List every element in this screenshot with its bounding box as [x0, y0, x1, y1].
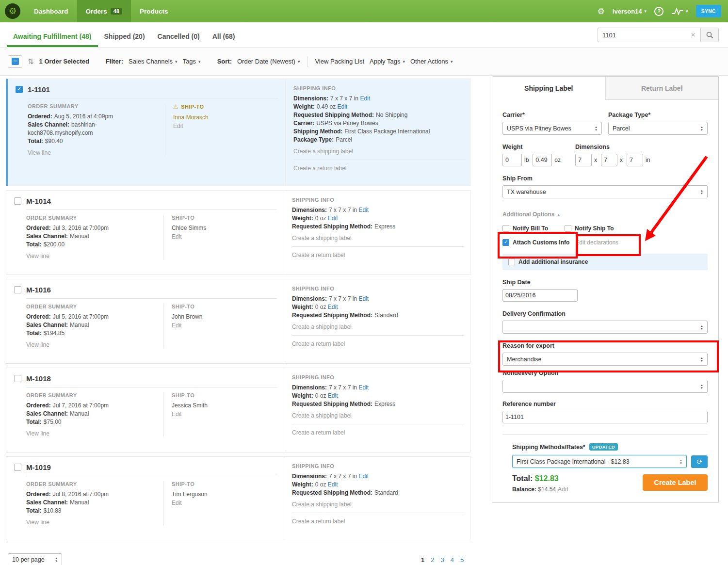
- view-line-link[interactable]: View line: [26, 519, 49, 526]
- edit-dimensions-link[interactable]: Edit: [358, 295, 369, 302]
- edit-weight-link[interactable]: Edit: [328, 481, 338, 488]
- edit-ship-to-link[interactable]: Edit: [172, 411, 182, 418]
- page-3[interactable]: 3: [440, 556, 444, 564]
- create-return-label-link[interactable]: Create a return label: [292, 340, 345, 347]
- weight-oz-input[interactable]: [533, 154, 552, 166]
- nav-item-orders[interactable]: Orders 48: [77, 0, 131, 22]
- order-card[interactable]: M-1014 ORDER SUMMARY Ordered:Jul 3, 2016…: [6, 190, 470, 275]
- shipstation-logo[interactable]: ⚙: [0, 0, 25, 22]
- create-return-label-link[interactable]: Create a return label: [292, 429, 345, 436]
- order-checkbox[interactable]: [14, 286, 21, 293]
- additional-options-toggle[interactable]: Additional Options ▴: [502, 211, 708, 218]
- edit-dimensions-link[interactable]: Edit: [358, 207, 369, 213]
- create-shipping-label-link[interactable]: Create a shipping label: [292, 323, 352, 330]
- create-shipping-label-link[interactable]: Create a shipping label: [293, 148, 353, 155]
- sort-select[interactable]: Order Date (Newest)▾: [237, 58, 300, 65]
- ship-date-input[interactable]: [502, 289, 578, 302]
- view-line-link[interactable]: View line: [26, 341, 49, 348]
- search-input[interactable]: [598, 28, 700, 42]
- create-label-button[interactable]: Create Label: [643, 474, 708, 491]
- nondelivery-option-select[interactable]: [502, 380, 708, 393]
- other-actions-button[interactable]: Other Actions▾: [410, 58, 453, 65]
- page-1[interactable]: 1: [421, 556, 424, 564]
- notify-ship-to-checkbox[interactable]: Notify Ship To: [565, 225, 614, 232]
- reason-for-export-select[interactable]: Merchandise: [502, 353, 708, 366]
- tab-all[interactable]: All (68): [206, 25, 242, 47]
- view-line-link[interactable]: View line: [28, 149, 51, 156]
- edit-declarations-link[interactable]: Edit declarations: [575, 239, 618, 246]
- edit-ship-to-link[interactable]: Edit: [173, 123, 183, 129]
- order-card[interactable]: 1-1101 ORDER SUMMARY Ordered:Aug 5, 2016…: [6, 79, 470, 186]
- select-all-checkbox[interactable]: –: [8, 55, 22, 68]
- carrier-select[interactable]: USPS via Pitney Bowes: [502, 122, 602, 135]
- create-return-label-link[interactable]: Create a return label: [292, 518, 345, 525]
- reference-number-input[interactable]: [502, 411, 708, 423]
- delivery-confirmation-select[interactable]: [502, 321, 708, 334]
- edit-dimensions-link[interactable]: Edit: [358, 384, 369, 391]
- nav-item-products[interactable]: Products: [131, 0, 177, 22]
- package-type-select[interactable]: Parcel: [608, 122, 708, 135]
- order-id[interactable]: M-1019: [26, 463, 51, 471]
- edit-weight-link[interactable]: Edit: [328, 392, 338, 399]
- nav-item-dashboard[interactable]: Dashboard: [25, 0, 77, 22]
- page-4[interactable]: 4: [451, 556, 454, 564]
- edit-weight-link[interactable]: Edit: [338, 103, 348, 110]
- order-id[interactable]: 1-1101: [28, 85, 50, 94]
- tab-shipping-label[interactable]: Shipping Label: [492, 77, 605, 100]
- attach-customs-info-checkbox[interactable]: Attach Customs Info: [502, 239, 569, 246]
- apply-tags-button[interactable]: Apply Tags▾: [370, 58, 405, 65]
- edit-dimensions-link[interactable]: Edit: [360, 95, 370, 102]
- tags-filter[interactable]: Tags▾: [183, 58, 201, 65]
- add-balance-link[interactable]: Add: [558, 486, 568, 493]
- settings-gear-icon[interactable]: ⚙: [598, 6, 605, 16]
- tab-cancelled[interactable]: Cancelled (0): [151, 25, 206, 47]
- tab-shipped[interactable]: Shipped (20): [98, 25, 151, 47]
- edit-ship-to-link[interactable]: Edit: [172, 322, 182, 329]
- edit-weight-link[interactable]: Edit: [328, 215, 338, 222]
- order-card[interactable]: M-1016 ORDER SUMMARY Ordered:Jul 5, 2016…: [6, 279, 470, 364]
- insights-menu[interactable]: ▾: [671, 7, 688, 15]
- order-checkbox[interactable]: [16, 86, 23, 93]
- sync-button[interactable]: SYNC: [696, 5, 721, 17]
- page-5[interactable]: 5: [460, 556, 464, 564]
- order-id[interactable]: M-1016: [26, 286, 51, 294]
- search-button[interactable]: [700, 28, 719, 42]
- order-id[interactable]: M-1018: [26, 374, 51, 383]
- create-return-label-link[interactable]: Create a return label: [292, 252, 345, 258]
- ship-from-select[interactable]: TX warehouse: [502, 185, 708, 198]
- refresh-rates-button[interactable]: ⟳: [691, 455, 708, 468]
- edit-weight-link[interactable]: Edit: [328, 304, 338, 310]
- edit-dimensions-link[interactable]: Edit: [358, 473, 369, 480]
- tab-awaiting-fulfillment[interactable]: Awaiting Fulfillment (48): [7, 25, 98, 47]
- edit-ship-to-link[interactable]: Edit: [172, 233, 182, 240]
- create-shipping-label-link[interactable]: Create a shipping label: [292, 235, 352, 242]
- help-icon[interactable]: ?: [654, 7, 663, 16]
- order-checkbox[interactable]: [14, 375, 21, 382]
- create-return-label-link[interactable]: Create a return label: [293, 165, 346, 172]
- dimension-length-input[interactable]: [575, 154, 592, 166]
- view-line-link[interactable]: View line: [26, 430, 49, 437]
- weight-lb-input[interactable]: [502, 154, 522, 166]
- dimension-width-input[interactable]: [601, 154, 617, 166]
- view-line-link[interactable]: View line: [26, 253, 49, 259]
- rate-select[interactable]: First Class Package International - $12.…: [512, 455, 687, 468]
- create-shipping-label-link[interactable]: Create a shipping label: [292, 412, 352, 419]
- order-card[interactable]: M-1019 ORDER SUMMARY Ordered:Jul 8, 2016…: [6, 456, 470, 540]
- order-card[interactable]: M-1018 ORDER SUMMARY Ordered:Jul 7, 2016…: [6, 368, 470, 452]
- clear-search-icon[interactable]: ✕: [691, 32, 696, 38]
- tab-return-label[interactable]: Return Label: [605, 77, 719, 99]
- sort-order-icon[interactable]: ⇅: [28, 57, 34, 66]
- create-shipping-label-link[interactable]: Create a shipping label: [292, 501, 352, 508]
- view-packing-list-button[interactable]: View Packing List: [315, 58, 364, 65]
- order-checkbox[interactable]: [14, 464, 21, 471]
- user-menu[interactable]: iverson14 ▾: [613, 8, 647, 15]
- add-insurance-checkbox[interactable]: Add additional insurance: [508, 258, 702, 265]
- edit-ship-to-link[interactable]: Edit: [172, 500, 182, 506]
- order-id[interactable]: M-1014: [26, 197, 51, 205]
- per-page-select[interactable]: 10 per page: [8, 553, 62, 565]
- page-2[interactable]: 2: [431, 556, 434, 564]
- sales-channels-filter[interactable]: Sales Channels▾: [129, 58, 178, 65]
- dimension-height-input[interactable]: [627, 154, 643, 166]
- notify-bill-to-checkbox[interactable]: Notify Bill To: [502, 225, 548, 232]
- order-checkbox[interactable]: [14, 197, 21, 205]
